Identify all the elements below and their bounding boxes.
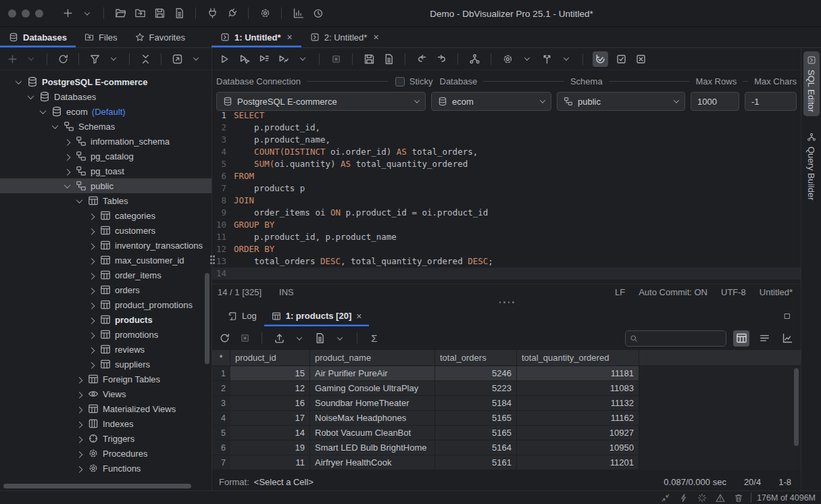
tree-expander-icon[interactable]: [52, 122, 59, 129]
export-dropdown[interactable]: [293, 330, 306, 347]
tree-expander-icon[interactable]: [64, 168, 71, 175]
sidebar-horizontal-scrollbar[interactable]: [3, 484, 191, 488]
grid-cell[interactable]: 5184: [435, 396, 517, 411]
column-header[interactable]: product_id: [230, 350, 310, 366]
save-sql-button[interactable]: [362, 51, 376, 67]
grid-vertical-scrollbar[interactable]: [794, 368, 799, 446]
maximize-panel-button[interactable]: [783, 312, 791, 320]
vtab-sql-editor[interactable]: SQL Editor: [803, 51, 820, 116]
tree-expander-icon[interactable]: [76, 451, 83, 457]
grid-cell[interactable]: 11162: [517, 411, 639, 426]
copy-result-button[interactable]: [313, 330, 326, 347]
tab-result-products[interactable]: 1: products [20] ×: [264, 305, 370, 326]
column-header[interactable]: total_quantity_ordered: [517, 350, 639, 366]
tree-row[interactable]: Functions: [0, 461, 212, 476]
row-number[interactable]: 2: [212, 381, 230, 396]
result-search-input[interactable]: [625, 330, 726, 347]
sql-code-area[interactable]: 1SELECT2 p.product_id,3 p.product_name,4…: [212, 107, 801, 284]
column-header[interactable]: product_name: [310, 350, 435, 366]
commit-button[interactable]: [614, 51, 628, 67]
tree-row[interactable]: ecom(Default): [0, 104, 212, 119]
panel-resize-handle[interactable]: [212, 299, 801, 305]
tree-row[interactable]: Foreign Tables: [0, 372, 212, 386]
tree-expander-icon[interactable]: [89, 361, 95, 368]
tree-expander-icon[interactable]: [76, 421, 83, 428]
rerun-query-button[interactable]: [218, 330, 231, 347]
grid-cell[interactable]: 11201: [517, 455, 639, 470]
row-number[interactable]: 7: [212, 455, 230, 470]
auto-commit-button[interactable]: [593, 51, 608, 67]
tree-row[interactable]: pg_catalog: [0, 149, 212, 163]
tree-expander-icon[interactable]: [28, 93, 34, 99]
tree-row[interactable]: max_customer_id: [0, 253, 212, 268]
vtab-query-builder[interactable]: Query Builder: [803, 128, 820, 204]
close-button[interactable]: [8, 9, 16, 18]
gc-trash-button[interactable]: [734, 493, 743, 503]
tree-expander-icon[interactable]: [76, 376, 83, 383]
collapse-all-button[interactable]: [139, 51, 152, 67]
grid-cell[interactable]: 5223: [435, 381, 517, 396]
zoom-button[interactable]: [35, 9, 43, 18]
editor-tab-2[interactable]: 2: Untitled* ×: [301, 27, 388, 47]
shrink-memory-button[interactable]: [661, 493, 670, 503]
tree-expander-icon[interactable]: [89, 287, 95, 294]
column-header[interactable]: total_orders: [435, 350, 517, 366]
tree-expander-icon[interactable]: [89, 243, 95, 249]
tree-row[interactable]: product_promotions: [0, 297, 212, 312]
tree-expander-icon[interactable]: [40, 107, 47, 114]
editor-settings-dropdown[interactable]: [520, 51, 534, 67]
history-button[interactable]: [311, 5, 324, 22]
tree-expander-icon[interactable]: [89, 332, 95, 338]
grid-cell[interactable]: 5165: [435, 426, 517, 440]
grid-cell[interactable]: 15: [230, 366, 310, 381]
row-number[interactable]: 6: [212, 440, 230, 455]
close-icon[interactable]: ×: [373, 32, 378, 43]
tree-row[interactable]: PostgreSQL E-commerce: [0, 74, 212, 89]
tree-expander-icon[interactable]: [64, 153, 71, 160]
minimize-button[interactable]: [22, 9, 30, 18]
grid-cell[interactable]: 10950: [517, 440, 639, 455]
sql-history-forward-button[interactable]: [434, 51, 448, 67]
refresh-tree-button[interactable]: [56, 51, 70, 67]
grid-cell[interactable]: 19: [230, 440, 310, 455]
editor-settings-button[interactable]: [501, 51, 514, 67]
grid-cell[interactable]: 5161: [435, 455, 517, 470]
tree-row[interactable]: categories: [0, 208, 212, 223]
grid-cell[interactable]: Airfryer HealthCook: [310, 455, 435, 470]
tree-row[interactable]: Databases: [0, 89, 212, 104]
tree-row[interactable]: Indexes: [0, 416, 212, 431]
tree-expander-icon[interactable]: [89, 317, 95, 324]
tab-databases[interactable]: Databases: [0, 27, 76, 47]
grid-cell[interactable]: NoiseMax Headphones: [310, 411, 435, 426]
stop-result-button[interactable]: [238, 330, 251, 347]
close-icon[interactable]: ×: [356, 311, 362, 322]
execute-buffer-button[interactable]: [257, 51, 270, 67]
tree-row[interactable]: customers: [0, 223, 212, 238]
new-tab-dropdown[interactable]: [80, 5, 94, 22]
tree-row[interactable]: products: [0, 312, 212, 327]
load-sql-button[interactable]: [382, 51, 395, 67]
tree-expander-icon[interactable]: [64, 182, 71, 188]
tab-files[interactable]: Files: [76, 27, 126, 47]
tree-row[interactable]: Triggers: [0, 431, 212, 446]
grid-view-button[interactable]: [733, 330, 749, 347]
grid-cell[interactable]: 11132: [517, 396, 639, 411]
grid-cell[interactable]: 17: [230, 411, 310, 426]
open-object-dropdown[interactable]: [189, 51, 203, 67]
disconnect-button[interactable]: [225, 5, 239, 22]
sql-history-back-button[interactable]: [415, 51, 428, 67]
tree-expander-icon[interactable]: [89, 302, 95, 309]
rollback-button[interactable]: [634, 51, 647, 67]
add-connection-button[interactable]: [5, 51, 19, 67]
stop-button[interactable]: [329, 51, 343, 67]
row-number[interactable]: 3: [212, 396, 230, 411]
new-tab-button[interactable]: [61, 5, 74, 22]
performance-button[interactable]: [679, 493, 689, 503]
monitor-button[interactable]: [291, 5, 305, 22]
tree-row[interactable]: Materialized Views: [0, 401, 212, 416]
grid-cell[interactable]: 11181: [517, 366, 639, 381]
tree-expander-icon[interactable]: [76, 465, 83, 472]
grid-cell[interactable]: 11083: [517, 381, 639, 396]
tree-row[interactable]: pg_toast: [0, 163, 212, 178]
tree-row[interactable]: promotions: [0, 327, 212, 342]
